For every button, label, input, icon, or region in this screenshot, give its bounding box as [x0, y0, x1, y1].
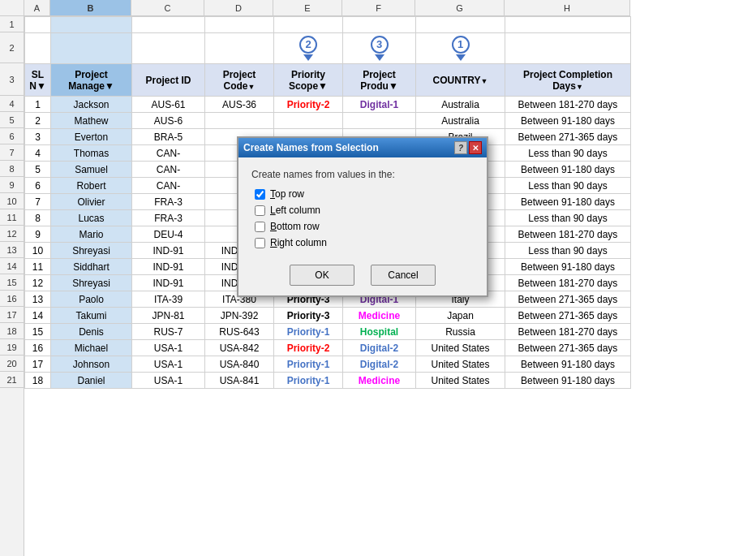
cell-pcd-6[interactable]: Between 271-365 days	[505, 129, 631, 145]
cell-ps-4[interactable]: Priority-2	[274, 97, 343, 113]
cell-pm-20[interactable]: Johnson	[51, 356, 132, 373]
cell-country-21[interactable]: United States	[416, 373, 505, 389]
cell-a1[interactable]	[25, 17, 51, 33]
cell-sl-15[interactable]: 12	[25, 275, 51, 291]
cell-pid-12[interactable]: DEU-4	[132, 226, 205, 243]
cell-pcd-20[interactable]: Between 91-180 days	[505, 356, 631, 373]
cell-sl-18[interactable]: 15	[25, 324, 51, 340]
cell-pm-21[interactable]: Daniel	[51, 373, 132, 389]
cell-pid-13[interactable]: IND-91	[132, 243, 205, 259]
checkbox-right-column[interactable]: Right column	[255, 237, 474, 248]
cell-pcd-17[interactable]: Between 271-365 days	[505, 308, 631, 324]
cell-pm-7[interactable]: Thomas	[51, 145, 132, 162]
cell-sl-16[interactable]: 13	[25, 291, 51, 308]
cell-sl-5[interactable]: 2	[25, 113, 51, 129]
cell-sl-8[interactable]: 5	[25, 162, 51, 178]
col-header-g[interactable]: G	[415, 0, 505, 16]
cell-country-19[interactable]: United States	[416, 340, 505, 356]
cell-pm-14[interactable]: Siddhart	[51, 259, 132, 275]
cell-pid-4[interactable]: AUS-61	[132, 97, 205, 113]
cell-pcd-18[interactable]: Between 181-270 days	[505, 324, 631, 340]
cell-pid-8[interactable]: CAN-	[132, 162, 205, 178]
cell-b1[interactable]	[51, 17, 132, 33]
cell-pcd-9[interactable]: Less than 90 days	[505, 178, 631, 194]
cell-ps-21[interactable]: Priority-1	[274, 373, 343, 389]
col-header-e[interactable]: E	[273, 0, 342, 16]
cell-sl-6[interactable]: 3	[25, 129, 51, 145]
cell-pcd-7[interactable]: Less than 90 days	[505, 145, 631, 162]
cell-pp-19[interactable]: Digital-2	[343, 340, 416, 356]
cell-sl-11[interactable]: 8	[25, 210, 51, 226]
cell-g1[interactable]	[416, 17, 505, 33]
cell-a2[interactable]	[25, 33, 51, 64]
cell-sl-19[interactable]: 16	[25, 340, 51, 356]
cell-sl-7[interactable]: 4	[25, 145, 51, 162]
cell-e1[interactable]	[274, 17, 343, 33]
cell-pid-7[interactable]: CAN-	[132, 145, 205, 162]
checkbox-left-column[interactable]: Left column	[255, 205, 474, 216]
dialog-help-button[interactable]: ?	[454, 141, 467, 154]
cell-sl-13[interactable]: 10	[25, 243, 51, 259]
cell-pp-21[interactable]: Medicine	[343, 373, 416, 389]
cell-pm-15[interactable]: Shreyasi	[51, 275, 132, 291]
cell-c1[interactable]	[132, 17, 205, 33]
checkbox-left-column-input[interactable]	[255, 205, 265, 216]
cell-sl-20[interactable]: 17	[25, 356, 51, 373]
cell-sl-12[interactable]: 9	[25, 226, 51, 243]
cancel-button[interactable]: Cancel	[371, 265, 436, 286]
col-header-d[interactable]: D	[204, 0, 273, 16]
cell-pid-10[interactable]: FRA-3	[132, 194, 205, 210]
cell-pcd-14[interactable]: Between 91-180 days	[505, 259, 631, 275]
cell-h2[interactable]	[505, 33, 631, 64]
cell-pid-18[interactable]: RUS-7	[132, 324, 205, 340]
col-header-f[interactable]: F	[342, 0, 415, 16]
cell-pm-8[interactable]: Samuel	[51, 162, 132, 178]
checkbox-bottom-row[interactable]: Bottom row	[255, 221, 474, 232]
col-header-c[interactable]: C	[131, 0, 204, 16]
cell-pm-12[interactable]: Mario	[51, 226, 132, 243]
cell-pid-16[interactable]: ITA-39	[132, 291, 205, 308]
cell-pcd-4[interactable]: Between 181-270 days	[505, 97, 631, 113]
cell-pcd-19[interactable]: Between 271-365 days	[505, 340, 631, 356]
cell-pm-10[interactable]: Olivier	[51, 194, 132, 210]
col-header-b[interactable]: B	[50, 0, 131, 16]
cell-b2[interactable]	[51, 33, 132, 64]
cell-pm-4[interactable]: Jackson	[51, 97, 132, 113]
cell-pcd-13[interactable]: Less than 90 days	[505, 243, 631, 259]
cell-pm-6[interactable]: Everton	[51, 129, 132, 145]
cell-pp-20[interactable]: Digital-2	[343, 356, 416, 373]
cell-pcd-21[interactable]: Between 91-180 days	[505, 373, 631, 389]
cell-sl-9[interactable]: 6	[25, 178, 51, 194]
cell-pid-9[interactable]: CAN-	[132, 178, 205, 194]
cell-pm-13[interactable]: Shreyasi	[51, 243, 132, 259]
checkbox-right-column-input[interactable]	[255, 238, 265, 248]
cell-pcd-12[interactable]: Between 181-270 days	[505, 226, 631, 243]
cell-c2[interactable]	[132, 33, 205, 64]
cell-sl-17[interactable]: 14	[25, 308, 51, 324]
cell-pid-6[interactable]: BRA-5	[132, 129, 205, 145]
cell-pc-4[interactable]: AUS-36	[205, 97, 274, 113]
cell-pid-11[interactable]: FRA-3	[132, 210, 205, 226]
cell-pp-4[interactable]: Digital-1	[343, 97, 416, 113]
cell-pp-5[interactable]	[343, 113, 416, 129]
checkbox-top-row[interactable]: Top row	[255, 188, 474, 200]
cell-pc-19[interactable]: USA-842	[205, 340, 274, 356]
cell-sl-10[interactable]: 7	[25, 194, 51, 210]
cell-pm-18[interactable]: Denis	[51, 324, 132, 340]
cell-pcd-8[interactable]: Between 91-180 days	[505, 162, 631, 178]
cell-pm-17[interactable]: Takumi	[51, 308, 132, 324]
cell-ps-19[interactable]: Priority-2	[274, 340, 343, 356]
cell-pc-20[interactable]: USA-840	[205, 356, 274, 373]
cell-pid-19[interactable]: USA-1	[132, 340, 205, 356]
cell-pp-18[interactable]: Hospital	[343, 324, 416, 340]
cell-pp-17[interactable]: Medicine	[343, 308, 416, 324]
cell-pc-18[interactable]: RUS-643	[205, 324, 274, 340]
cell-sl-14[interactable]: 11	[25, 259, 51, 275]
cell-h1[interactable]	[505, 17, 631, 33]
cell-pcd-10[interactable]: Between 91-180 days	[505, 194, 631, 210]
cell-pid-20[interactable]: USA-1	[132, 356, 205, 373]
cell-pm-16[interactable]: Paolo	[51, 291, 132, 308]
cell-pcd-5[interactable]: Between 91-180 days	[505, 113, 631, 129]
cell-pm-9[interactable]: Robert	[51, 178, 132, 194]
cell-country-18[interactable]: Russia	[416, 324, 505, 340]
